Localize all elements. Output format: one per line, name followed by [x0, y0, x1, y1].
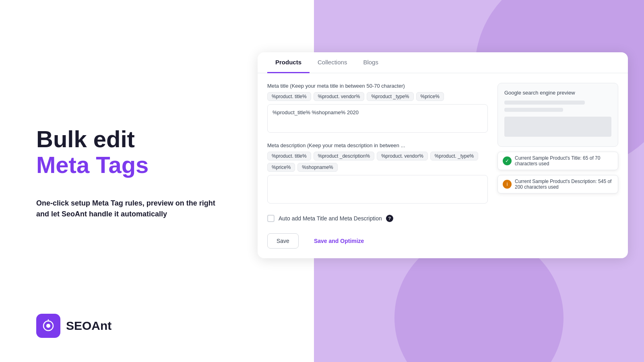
- title-notification: ✓ Current Sample Product's Title: 65 of …: [497, 152, 618, 170]
- check-icon: ✓: [503, 156, 512, 165]
- meta-title-section: Meta title (Keep your meta title in betw…: [267, 83, 488, 134]
- logo-area: SEOAnt: [36, 314, 233, 338]
- save-button[interactable]: Save: [267, 233, 299, 249]
- auto-add-checkbox[interactable]: [267, 215, 275, 222]
- meta-description-textarea[interactable]: [267, 175, 488, 204]
- main-card: Products Collections Blogs Meta title (K…: [258, 52, 628, 258]
- chip-desc-product-vendor[interactable]: %product. vendor%: [377, 152, 428, 160]
- svg-point-1: [46, 324, 50, 328]
- left-content: Bulk edit Meta Tags One-click setup Meta…: [36, 32, 233, 314]
- title-notif-text: Current Sample Product's Title: 65 of 70…: [515, 155, 613, 167]
- preview-line-2: [504, 108, 563, 112]
- meta-title-textarea[interactable]: %product_title% %shopname% 2020: [267, 104, 488, 133]
- chip-desc-product-description[interactable]: %product _description%: [314, 152, 374, 160]
- chip-product-vendor[interactable]: %product. vendor%: [314, 92, 365, 101]
- chip-desc-product-title[interactable]: %product. title%: [267, 152, 311, 160]
- chip-price[interactable]: %price%: [416, 92, 444, 101]
- auto-add-label: Auto add Meta Title and Meta Description: [279, 215, 382, 222]
- meta-description-label: Meta description (Keep your meta descrip…: [267, 142, 488, 148]
- tabs-container: Products Collections Blogs: [258, 52, 628, 73]
- google-preview-title: Google search engine preview: [504, 90, 611, 96]
- preview-spacer: [497, 198, 618, 210]
- meta-title-chips: %product. title% %product. vendor% %prod…: [267, 92, 488, 101]
- preview-line-3: [504, 117, 611, 137]
- help-icon[interactable]: ?: [386, 215, 393, 222]
- chip-desc-product-type[interactable]: %product. _type%: [430, 152, 478, 160]
- subtitle-text: One-click setup Meta Tag rules, preview …: [36, 198, 229, 220]
- headline-dark: Bulk edit: [36, 126, 233, 152]
- desc-notif-text: Current Sample Product's Description: 54…: [515, 179, 613, 190]
- meta-desc-chips: %product. title% %product _description% …: [267, 152, 488, 172]
- logo-icon: [36, 314, 60, 338]
- chip-product-type[interactable]: %product _type%: [367, 92, 413, 101]
- auto-add-row: Auto add Meta Title and Meta Description…: [267, 213, 488, 224]
- chip-desc-shopname[interactable]: %shopname%: [297, 163, 337, 172]
- chip-product-title[interactable]: %product. title%: [267, 92, 311, 101]
- desc-notification: i Current Sample Product's Description: …: [497, 175, 618, 193]
- headline-purple: Meta Tags: [36, 152, 233, 178]
- logo-text: SEOAnt: [66, 319, 111, 333]
- chip-desc-price[interactable]: %price%: [267, 163, 295, 172]
- meta-title-label: Meta title (Keep your meta title in betw…: [267, 83, 488, 89]
- button-row: Save Save and Optimize: [267, 232, 488, 249]
- card-body: Meta title (Keep your meta title in betw…: [258, 73, 628, 258]
- form-section: Meta title (Keep your meta title in betw…: [267, 83, 488, 249]
- left-panel: Bulk edit Meta Tags One-click setup Meta…: [0, 0, 258, 362]
- tab-collections[interactable]: Collections: [310, 52, 355, 73]
- meta-description-section: Meta description (Keep your meta descrip…: [267, 142, 488, 205]
- tab-products[interactable]: Products: [267, 52, 310, 73]
- google-preview-box: Google search engine preview: [497, 83, 618, 147]
- tab-blogs[interactable]: Blogs: [355, 52, 386, 73]
- info-icon: i: [503, 180, 512, 189]
- preview-line-1: [504, 101, 585, 105]
- preview-panel: Google search engine preview ✓ Current S…: [497, 83, 618, 249]
- save-optimize-button[interactable]: Save and Optimize: [305, 234, 373, 248]
